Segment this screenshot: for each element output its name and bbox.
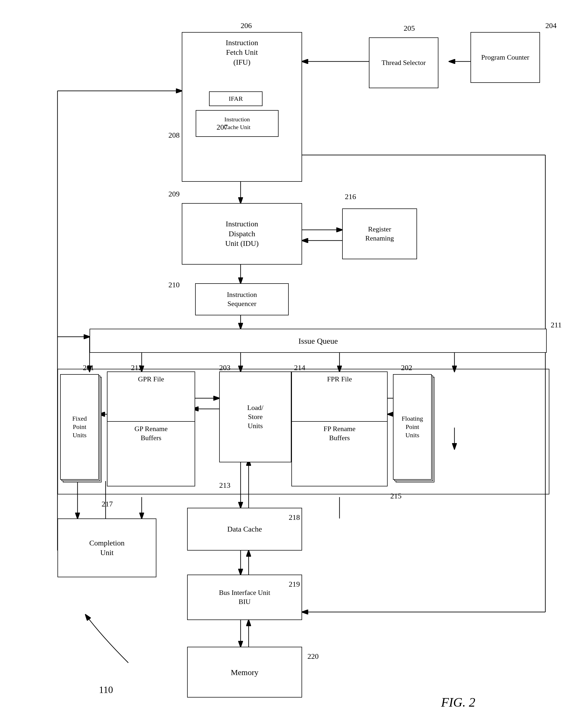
completion-unit-box: CompletionUnit [58,518,156,577]
floating-point-stack: FloatingPointUnits [393,374,434,486]
label-201: 201 [83,363,94,372]
ifar-box: IFAR [209,91,262,106]
label-218: 218 [289,513,300,522]
label-110: 110 [99,684,113,695]
diagram: Program Counter Thread Selector Instruct… [0,0,571,728]
label-208: 208 [168,131,180,139]
data-cache-box: Data Cache [187,508,302,551]
fpr-box: FPR File FP RenameBuffers [292,371,387,486]
biu-box: Bus Interface UnitBIU [187,575,302,620]
label-202: 202 [401,363,412,372]
label-207: 207 [217,123,228,131]
label-214: 214 [294,363,305,372]
load-store-box: Load/StoreUnits [219,371,292,462]
gpr-box: GPR File GP RenameBuffers [107,371,195,486]
fig-label: FIG. 2 [441,695,475,710]
instruction-sequencer-box: InstructionSequencer [195,283,289,315]
label-215: 215 [390,492,402,500]
memory-box: Memory [187,647,302,698]
label-204: 204 [545,21,557,30]
label-206: 206 [241,21,252,30]
thread-selector-box: Thread Selector [369,37,438,88]
issue-queue-box: Issue Queue [90,329,547,353]
label-209: 209 [168,190,180,198]
label-203: 203 [219,363,230,372]
label-210: 210 [168,281,180,289]
icu-box: InstructionCache Unit [196,110,278,137]
label-205: 205 [404,24,415,33]
register-renaming-box: RegisterRenaming [342,209,417,259]
label-211: 211 [551,321,562,329]
label-219: 219 [289,580,300,589]
label-220: 220 [308,652,319,661]
label-217: 217 [102,500,113,508]
idu-box: InstructionDispatchUnit (IDU) [182,203,302,265]
label-212: 212 [131,363,142,372]
label-216: 216 [345,193,356,201]
fixed-point-stack: FixedPointUnits [60,374,102,486]
label-213: 213 [219,481,230,490]
ifu-box: InstructionFetch Unit(IFU) IFAR Instruct… [182,32,302,182]
program-counter-box: Program Counter [470,32,540,83]
